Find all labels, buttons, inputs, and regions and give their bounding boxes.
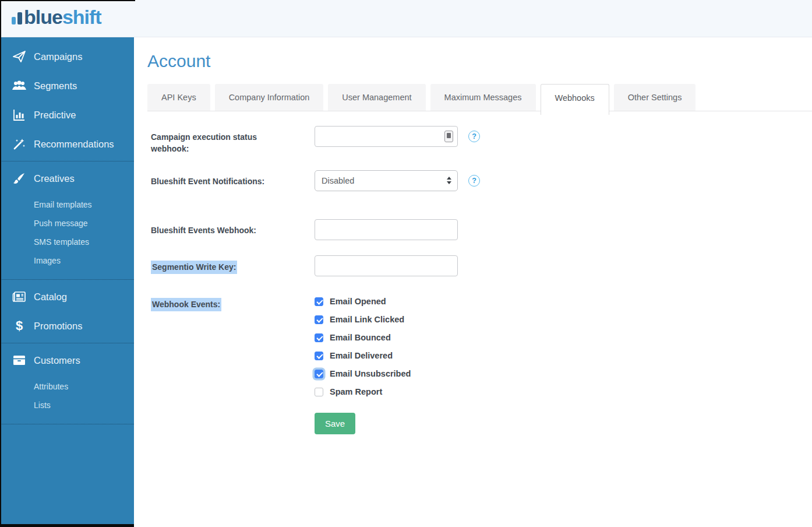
campaign-webhook-label: Campaign execution status webhook:: [151, 126, 315, 155]
tab-user-management[interactable]: User Management: [328, 84, 425, 111]
paintbrush-icon: [12, 171, 27, 186]
top-header: blueshift: [0, 0, 812, 37]
save-button[interactable]: Save: [315, 413, 355, 434]
checkbox-label[interactable]: Spam Report: [330, 387, 382, 396]
sidebar-subitem-lists[interactable]: Lists: [0, 396, 134, 414]
sidebar-item-catalog[interactable]: Catalog: [0, 282, 134, 311]
form-row-event-notifications: Blueshift Event Notifications: Disabled …: [151, 170, 812, 191]
blueshift-bars-icon: [12, 12, 22, 27]
checkbox-label[interactable]: Email Opened: [330, 297, 386, 306]
sidebar-subitem-email-templates[interactable]: Email templates: [0, 195, 134, 214]
logo-text-dark: blue: [24, 6, 62, 28]
paper-plane-icon: [12, 49, 27, 64]
sidebar-item-label: Recommendations: [34, 139, 114, 150]
checkbox-email-link-clicked[interactable]: [315, 315, 323, 324]
customers-sublist: Attributes Lists: [0, 375, 134, 421]
creatives-sublist: Email templates Push message SMS templat…: [0, 193, 134, 277]
sidebar-item-label: Predictive: [34, 110, 76, 121]
checkbox-email-unsubscribed[interactable]: [315, 370, 323, 378]
campaign-webhook-input[interactable]: [315, 126, 458, 147]
logo-text-light: shift: [62, 6, 101, 28]
tab-bar: API Keys Company Information User Manage…: [147, 84, 812, 111]
sidebar-item-label: Creatives: [34, 173, 75, 184]
sidebar-divider: [0, 424, 134, 424]
sidebar-subitem-images[interactable]: Images: [0, 251, 134, 270]
checkbox-spam-report[interactable]: [315, 388, 323, 396]
tab-maximum-messages[interactable]: Maximum Messages: [430, 84, 536, 111]
event-notifications-label: Blueshift Event Notifications:: [151, 170, 315, 187]
page-title: Account: [147, 51, 812, 71]
checkbox-row-email-link-clicked[interactable]: Email Link Clicked: [315, 311, 411, 329]
form-row-segmentio-key: Segmentio Write Key:: [151, 255, 812, 276]
sidebar-divider: [0, 343, 134, 343]
checkbox-email-opened[interactable]: [315, 297, 323, 306]
sidebar-item-creatives[interactable]: Creatives: [0, 164, 134, 193]
users-icon: [12, 78, 27, 93]
form-row-webhook-events: Webhook Events: Email Opened Email Link …: [151, 293, 812, 401]
frame-edge-top: [0, 0, 135, 1]
webhook-events-label: Webhook Events:: [151, 293, 315, 311]
checkbox-label[interactable]: Email Bounced: [330, 333, 391, 342]
sidebar-subitem-push-message[interactable]: Push message: [0, 214, 134, 233]
tab-webhooks[interactable]: Webhooks: [541, 84, 609, 115]
checkbox-row-email-opened[interactable]: Email Opened: [315, 293, 411, 311]
webhook-events-checklist: Email Opened Email Link Clicked Email Bo…: [315, 293, 411, 401]
sidebar-divider: [0, 161, 134, 161]
select-value: Disabled: [322, 176, 354, 185]
app-window: blueshift Campaigns Segments Predictive: [0, 0, 812, 527]
frame-edge-left: [0, 0, 1, 527]
sidebar-item-label: Promotions: [34, 321, 82, 332]
sidebar-subitem-sms-templates[interactable]: SMS templates: [0, 233, 134, 251]
magic-wand-icon: [12, 136, 27, 152]
main-content: Account API Keys Company Information Use…: [134, 37, 812, 527]
archive-box-icon: [12, 353, 27, 368]
form-row-save: Save: [151, 401, 812, 434]
sidebar-item-predictive[interactable]: Predictive: [0, 100, 134, 129]
sidebar-item-label: Campaigns: [34, 51, 82, 62]
sidebar-item-promotions[interactable]: $ Promotions: [0, 311, 134, 340]
sidebar-item-campaigns[interactable]: Campaigns: [0, 42, 134, 71]
events-webhook-input[interactable]: [315, 219, 458, 240]
blueshift-logo[interactable]: blueshift: [12, 7, 101, 27]
form-row-events-webhook: Blueshift Events Webhook:: [151, 219, 812, 240]
checkbox-label[interactable]: Email Delivered: [330, 351, 393, 360]
checkbox-label[interactable]: Email Link Clicked: [330, 315, 404, 324]
sidebar-divider: [0, 279, 134, 280]
events-webhook-label: Blueshift Events Webhook:: [151, 219, 315, 236]
sidebar-item-customers[interactable]: Customers: [0, 346, 134, 375]
segmentio-key-label: Segmentio Write Key:: [151, 255, 315, 274]
checkbox-email-bounced[interactable]: [315, 333, 323, 342]
help-icon[interactable]: ?: [468, 175, 480, 187]
tab-api-keys[interactable]: API Keys: [147, 84, 210, 111]
newspaper-icon: [12, 289, 27, 304]
checkbox-row-email-unsubscribed[interactable]: Email Unsubscribed: [315, 365, 411, 383]
checkbox-row-email-delivered[interactable]: Email Delivered: [315, 347, 411, 365]
autofill-icon[interactable]: [444, 131, 453, 142]
checkbox-email-delivered[interactable]: [315, 352, 323, 360]
dollar-icon: $: [12, 318, 27, 333]
bar-chart-icon: [12, 107, 27, 122]
sidebar: Campaigns Segments Predictive Recommenda…: [0, 37, 134, 527]
tab-company-information[interactable]: Company Information: [215, 84, 324, 111]
select-updown-icon: [447, 177, 451, 184]
event-notifications-select[interactable]: Disabled: [315, 170, 458, 191]
sidebar-item-label: Customers: [34, 355, 80, 366]
tab-other-settings[interactable]: Other Settings: [614, 84, 696, 111]
form-row-campaign-webhook: Campaign execution status webhook: ?: [151, 126, 812, 155]
sidebar-item-recommendations[interactable]: Recommendations: [0, 129, 134, 159]
checkbox-label[interactable]: Email Unsubscribed: [330, 369, 411, 378]
webhooks-form: Campaign execution status webhook: ? Blu…: [151, 126, 812, 434]
segmentio-key-input[interactable]: [315, 255, 458, 276]
help-icon[interactable]: ?: [468, 131, 480, 142]
sidebar-item-label: Catalog: [34, 291, 67, 303]
sidebar-subitem-attributes[interactable]: Attributes: [0, 377, 134, 396]
sidebar-item-label: Segments: [34, 80, 77, 92]
checkbox-row-spam-report[interactable]: Spam Report: [315, 383, 411, 401]
sidebar-item-segments[interactable]: Segments: [0, 71, 134, 100]
frame-edge-bottom: [0, 524, 134, 527]
logo-text: blueshift: [24, 7, 101, 27]
checkbox-row-email-bounced[interactable]: Email Bounced: [315, 329, 411, 347]
